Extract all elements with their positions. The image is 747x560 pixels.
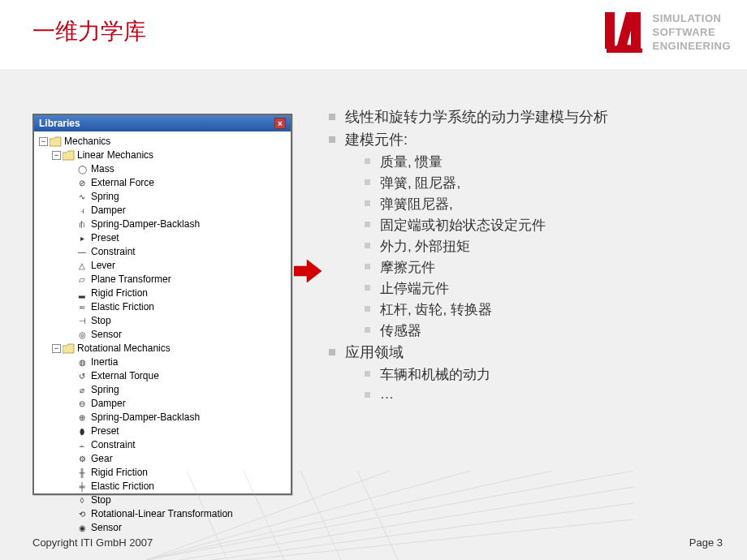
tree-row[interactable]: ╪Elastic Friction (36, 480, 289, 493)
bullet-text: 车辆和机械的动力 (380, 365, 490, 384)
bullet-text: 固定端或初始状态设定元件 (380, 216, 546, 235)
bullet-level2: 质量, 惯量 (365, 153, 715, 171)
tree-label: Rotational Mechanics (77, 342, 171, 355)
tagline-line: SIMULATION (652, 12, 731, 26)
rot-elastic-friction-icon: ╪ (76, 481, 89, 492)
tree-label: Plane Transformer (91, 273, 171, 286)
close-icon[interactable]: × (274, 118, 286, 129)
tree-row[interactable]: ◊Stop (36, 493, 289, 507)
lever-icon: △ (76, 261, 89, 271)
tree-row[interactable]: ⊣Stop (36, 314, 289, 328)
twisty-icon[interactable]: − (52, 151, 61, 160)
sdb-icon: ⫛ (76, 219, 89, 230)
bullet-marker (365, 200, 370, 206)
tree-row[interactable]: ╫Rigid Friction (36, 466, 289, 480)
tagline: SIMULATION SOFTWARE ENGINEERING (652, 12, 731, 54)
bullet-level2: 固定端或初始状态设定元件 (365, 216, 715, 235)
bullet-marker (329, 349, 335, 355)
tree-label: Stop (91, 493, 111, 507)
gear-icon: ⚙ (76, 454, 89, 464)
rot-sdb-icon: ⊕ (76, 412, 89, 423)
tree-row[interactable]: ⊖Damper (36, 397, 289, 411)
tree-label: Gear (91, 452, 113, 466)
rigid-friction-icon: ▂ (76, 288, 89, 299)
tree-row[interactable]: ◎Sensor (36, 328, 289, 342)
bullet-marker (365, 264, 370, 269)
ext-force-icon: ⊘ (76, 178, 89, 188)
tree-label: Mechanics (64, 135, 110, 149)
copyright: Copyright ITI GmbH 2007 (32, 536, 153, 549)
twisty-icon[interactable]: − (52, 344, 61, 353)
bullet-marker (365, 392, 370, 398)
rot-sensor-icon: ◉ (76, 523, 89, 533)
bullet-level1: 建模元件: (329, 130, 715, 149)
bullet-text: 杠杆, 齿轮, 转换器 (380, 300, 492, 319)
tree-label: External Force (91, 176, 154, 190)
tree-row[interactable]: ◉Sensor (36, 521, 289, 535)
tree-label: Damper (91, 204, 126, 218)
bullet-marker (365, 179, 370, 185)
constraint-icon: — (76, 247, 89, 257)
preset-icon: ▸ (76, 233, 89, 243)
bullet-marker (329, 136, 335, 143)
folder-icon (50, 136, 62, 147)
tree-label: Spring-Damper-Backlash (91, 411, 200, 424)
bullet-text: 传感器 (380, 321, 421, 340)
iti-logo (605, 12, 646, 53)
panel-title: Libraries (39, 118, 80, 129)
tree-body: −Mechanics−Linear Mechanics◯Mass⊘Externa… (34, 131, 291, 538)
tree-row[interactable]: ⊕Spring-Damper-Backlash (36, 411, 289, 424)
tree-row[interactable]: −Mechanics (36, 135, 289, 149)
tree-label: Damper (91, 397, 126, 411)
libraries-panel: Libraries × −Mechanics−Linear Mechanics◯… (32, 114, 292, 495)
mass-icon: ◯ (76, 164, 89, 174)
tree-row[interactable]: ⚙Gear (36, 452, 289, 466)
tree-row[interactable]: ▱Plane Transformer (36, 273, 289, 286)
tree-label: Sensor (91, 328, 122, 342)
tree-row[interactable]: ⫞Damper (36, 204, 289, 218)
svg-marker-14 (294, 260, 322, 282)
slide-title: 一维力学库 (32, 16, 146, 47)
rot-damper-icon: ⊖ (76, 398, 89, 409)
bullet-marker (365, 158, 370, 164)
bullet-text: 外力, 外部扭矩 (380, 237, 470, 256)
bullet-text: 应用领域 (345, 342, 404, 362)
bullet-text: 质量, 惯量 (380, 153, 443, 171)
bullet-text: … (380, 386, 394, 403)
tree-row[interactable]: ∿Spring (36, 190, 289, 204)
tree-row[interactable]: ▂Rigid Friction (36, 286, 289, 300)
tagline-line: ENGINEERING (652, 40, 731, 54)
tree-label: Preset (91, 424, 119, 438)
tree-row[interactable]: ≂Elastic Friction (36, 300, 289, 314)
stop-icon: ⊣ (76, 316, 89, 326)
bullet-level2: 传感器 (365, 321, 715, 340)
tree-label: External Torque (91, 369, 159, 383)
sensor-icon: ◎ (76, 330, 89, 340)
bullet-text: 止停端元件 (380, 279, 449, 298)
tree-row[interactable]: ◯Mass (36, 162, 289, 176)
ext-torque-icon: ↺ (76, 371, 89, 381)
bullet-level1: 线性和旋转力学系统的动力学建模与分析 (329, 107, 715, 127)
tree-row[interactable]: ⫠Constraint (36, 438, 289, 452)
tree-label: Lever (91, 259, 115, 273)
bullet-level1: 应用领域 (329, 342, 715, 362)
arrow-icon (294, 260, 322, 286)
tree-row[interactable]: ⟲Rotational-Linear Transformation (36, 507, 289, 521)
tree-row[interactable]: ▸Preset (36, 231, 289, 245)
tree-label: Linear Mechanics (77, 149, 153, 162)
bullet-level2: 车辆和机械的动力 (365, 365, 715, 384)
tree-row[interactable]: ◍Inertia (36, 355, 289, 369)
tree-row[interactable]: −Linear Mechanics (36, 149, 289, 162)
tree-row[interactable]: ⬮Preset (36, 424, 289, 438)
tree-row[interactable]: △Lever (36, 259, 289, 273)
tree-row[interactable]: ⫛Spring-Damper-Backlash (36, 218, 289, 231)
twisty-icon[interactable]: − (39, 137, 48, 146)
tree-row[interactable]: ⌀Spring (36, 383, 289, 397)
damper-icon: ⫞ (76, 205, 89, 216)
tree-row[interactable]: —Constraint (36, 245, 289, 259)
tree-row[interactable]: ↺External Torque (36, 369, 289, 383)
tree-row[interactable]: ⊘External Force (36, 176, 289, 190)
tree-row[interactable]: −Rotational Mechanics (36, 342, 289, 355)
tree-label: Elastic Friction (91, 480, 154, 493)
tree-label: Spring (91, 383, 119, 397)
